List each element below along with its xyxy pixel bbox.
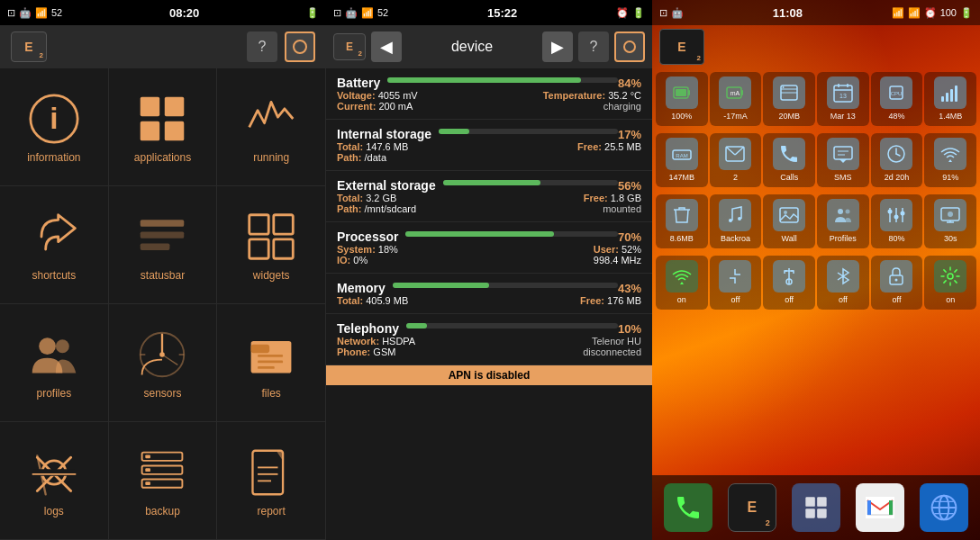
widget-screen-cell[interactable]: 30s — [924, 194, 976, 248]
usb-icon: ⊡ — [7, 7, 15, 19]
menu-item-sensors[interactable]: sensors — [109, 304, 218, 422]
widget-missed-cell[interactable]: 2 — [710, 133, 762, 187]
svg-text:CPU: CPU — [891, 91, 903, 96]
telephony-section: Telephony 10% Network: HSDPA Telenor HU … — [326, 314, 652, 365]
device-title: device — [407, 39, 537, 55]
external-storage-section: External storage 56% Total: 3.2 GB Free:… — [326, 171, 652, 222]
content-area: Battery 84% Voltage: 4055 mV Temperature… — [326, 68, 652, 540]
widget-settings-toggle-cell[interactable]: on — [924, 256, 976, 310]
svg-rect-8 — [141, 243, 170, 249]
menu-item-shortcuts[interactable]: shortcuts — [0, 186, 109, 304]
widget-signal-cell[interactable]: 1.4MB — [924, 72, 976, 126]
dock-phone-button[interactable] — [664, 483, 712, 532]
menu-item-files[interactable]: files — [217, 304, 326, 422]
ring-button-left[interactable] — [285, 32, 315, 62]
widget-sms-cell[interactable]: SMS — [817, 133, 869, 187]
svg-point-81 — [845, 210, 849, 214]
widget-ram-label: 147MB — [669, 173, 695, 183]
widget-music-cell[interactable]: Backroa — [710, 194, 762, 248]
svg-rect-104 — [889, 500, 893, 515]
icon-row-1: 100% mA -17mA 20MB 13 Mar 13 — [652, 68, 980, 130]
telephony-progress — [406, 323, 428, 328]
icon-row-4: on off off off — [652, 252, 980, 313]
widget-calls-cell[interactable]: Calls — [763, 133, 815, 187]
menu-label-files: files — [261, 387, 280, 400]
widget-current-label: -17mA — [723, 112, 748, 122]
mid-status-left: ⊡ 🤖 📶 52 — [333, 7, 388, 19]
play-button[interactable]: ▶ — [542, 32, 573, 62]
memory-progress — [393, 283, 490, 288]
shortcuts-icon — [25, 208, 83, 266]
mid-android-icon: 🤖 — [345, 7, 358, 19]
widget-data-toggle-cell[interactable]: off — [710, 256, 762, 310]
menu-item-information[interactable]: i information — [0, 68, 109, 186]
svg-rect-12 — [274, 239, 293, 258]
information-icon: i — [25, 90, 83, 148]
widget-wifi-cell[interactable]: 91% — [924, 133, 976, 187]
widget-calendar-cell[interactable]: 13 Mar 13 — [817, 72, 869, 126]
widget-cpu-cell[interactable]: CPU 48% — [871, 72, 923, 126]
widget-sms-icon — [827, 138, 859, 170]
widget-cpu-icon: CPU — [880, 76, 912, 109]
menu-label-widgets: widgets — [253, 269, 290, 282]
menu-item-statusbar[interactable]: statusbar — [109, 186, 218, 304]
widget-wifi-toggle-cell[interactable]: on — [656, 256, 708, 310]
widget-settings-toggle-label: on — [946, 295, 955, 305]
ring-button-mid[interactable] — [614, 32, 645, 62]
middle-panel: ⊡ 🤖 📶 52 15:22 ⏰ 🔋 E2 ◀ device ▶ ? Batte — [326, 0, 652, 540]
icon-row-3: 8.6MB Backroa Wall Profiles — [652, 191, 980, 252]
right-signal-icon: 📶 — [908, 7, 921, 19]
widget-storage-cell[interactable]: 20MB — [763, 72, 815, 126]
icon-row-2: RAM 147MB 2 Calls SMS — [652, 130, 980, 191]
menu-item-logs[interactable]: logs — [0, 422, 109, 540]
widget-profiles-cell[interactable]: Profiles — [817, 194, 869, 248]
external-total-label: Total: 3.2 GB — [337, 193, 396, 203]
telephony-percent: 10% — [618, 322, 641, 336]
menu-label-applications: applications — [134, 151, 191, 164]
right-panel: ⊡ 🤖 11:08 📶 📶 ⏰ 100 🔋 E2 100% — [652, 0, 980, 540]
svg-line-75 — [896, 154, 900, 156]
menu-item-report[interactable]: report — [217, 422, 326, 540]
dock-gmail-button[interactable] — [856, 483, 904, 532]
menu-item-running[interactable]: running — [217, 68, 326, 186]
widget-current-cell[interactable]: mA -17mA — [710, 72, 762, 126]
svg-rect-3 — [165, 97, 184, 116]
widget-trash-cell[interactable]: 8.6MB — [656, 194, 708, 248]
dock-windows-button[interactable] — [792, 483, 840, 532]
menu-label-logs: logs — [44, 505, 64, 518]
help-button-left[interactable]: ? — [247, 32, 277, 62]
widget-screen-icon — [934, 199, 966, 231]
menu-label-information: information — [27, 151, 80, 164]
freq-label: 998.4 MHz — [594, 255, 641, 266]
widget-bt-toggle-cell[interactable]: off — [817, 256, 869, 310]
widget-wall-cell[interactable]: Wall — [763, 194, 815, 248]
user-label: User: 52% — [594, 244, 641, 255]
widget-mixer-cell[interactable]: 80% — [871, 194, 923, 248]
phone-label: Phone: GSM — [337, 346, 395, 357]
help-button-mid[interactable]: ? — [578, 32, 609, 62]
widget-ram-cell[interactable]: RAM 147MB — [656, 133, 708, 187]
network-label: Network: HSDPA — [337, 336, 415, 346]
widget-lock-toggle-cell[interactable]: off — [871, 256, 923, 310]
memory-section: Memory 43% Total: 405.9 MB Free: 176 MB — [326, 274, 652, 314]
widget-clock-cell[interactable]: 2d 20h — [871, 133, 923, 187]
widget-mixer-icon — [880, 199, 912, 231]
signal-strength: 52 — [51, 7, 62, 18]
svg-line-68 — [735, 147, 744, 155]
menu-item-backup[interactable]: backup — [109, 422, 218, 540]
menu-item-widgets[interactable]: widgets — [217, 186, 326, 304]
svg-point-52 — [783, 86, 785, 88]
svg-rect-38 — [253, 451, 284, 495]
dock-globe-button[interactable] — [920, 483, 968, 532]
menu-item-applications[interactable]: applications — [109, 68, 218, 186]
menu-item-profiles[interactable]: profiles — [0, 304, 109, 422]
dock-e2-button[interactable]: E2 — [728, 483, 776, 532]
svg-point-79 — [784, 211, 787, 214]
internal-free-label: Free: 25.5 MB — [577, 141, 641, 152]
right-status-left: ⊡ 🤖 — [659, 7, 684, 19]
nav-back-button[interactable]: ◀ — [371, 32, 402, 62]
widget-battery-cell[interactable]: 100% — [656, 72, 708, 126]
svg-point-80 — [838, 209, 843, 214]
svg-marker-70 — [839, 159, 847, 163]
widget-usb-toggle-cell[interactable]: off — [763, 256, 815, 310]
